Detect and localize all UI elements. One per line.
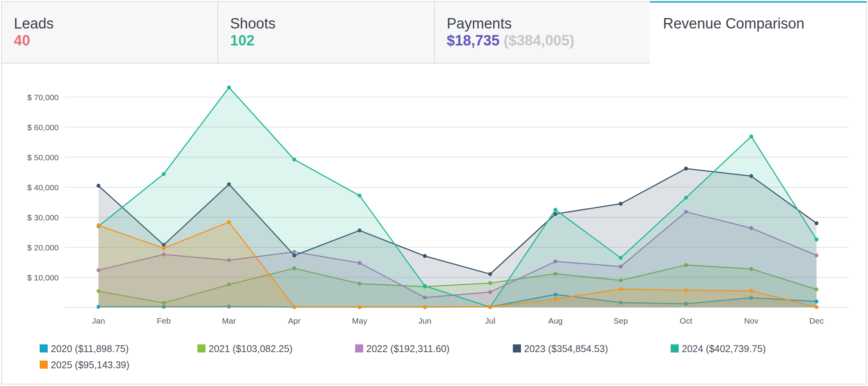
svg-text:Oct: Oct [680,316,693,325]
svg-text:Aug: Aug [548,316,563,325]
svg-text:$ 60,000: $ 60,000 [27,123,59,132]
svg-text:$ 30,000: $ 30,000 [27,213,59,222]
svg-text:$ 20,000: $ 20,000 [27,243,59,252]
svg-text:$ 70,000: $ 70,000 [27,93,59,102]
svg-text:Nov: Nov [744,316,759,325]
svg-text:$ 10,000: $ 10,000 [27,273,59,282]
svg-text:Mar: Mar [222,316,236,325]
svg-text:Dec: Dec [810,316,824,325]
svg-text:May: May [352,316,367,325]
svg-text:Sep: Sep [614,316,628,325]
svg-text:Feb: Feb [157,316,171,325]
svg-text:Jan: Jan [92,316,105,325]
svg-text:Jul: Jul [485,316,495,325]
svg-text:$ 40,000: $ 40,000 [27,183,59,192]
svg-text:Jun: Jun [418,316,431,325]
svg-text:$ 50,000: $ 50,000 [27,153,59,162]
svg-text:Apr: Apr [288,316,301,325]
